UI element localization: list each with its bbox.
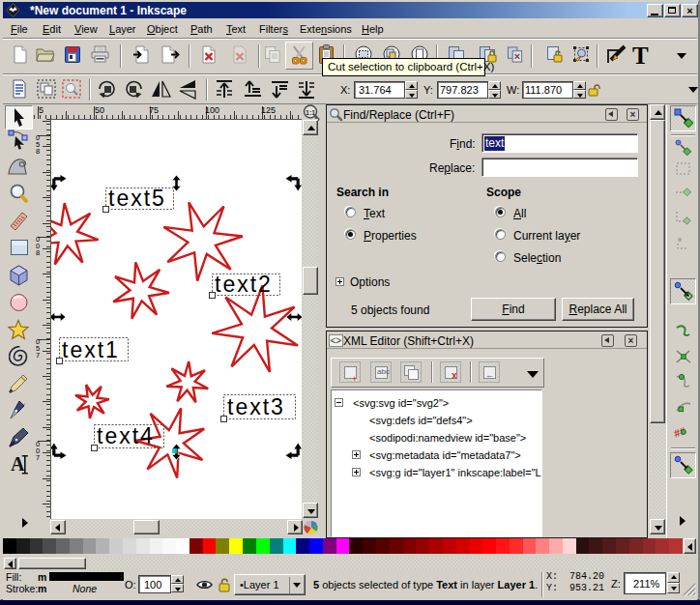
svg-text:<>: <> — [331, 335, 342, 346]
svg-text:text4: text4 — [97, 423, 155, 448]
svg-text:text5: text5 — [108, 186, 166, 211]
svg-text:1:1: 1:1 — [306, 109, 315, 116]
svg-text:text2: text2 — [215, 272, 273, 297]
svg-text:text1: text1 — [62, 337, 120, 362]
svg-text:text3: text3 — [227, 394, 285, 419]
